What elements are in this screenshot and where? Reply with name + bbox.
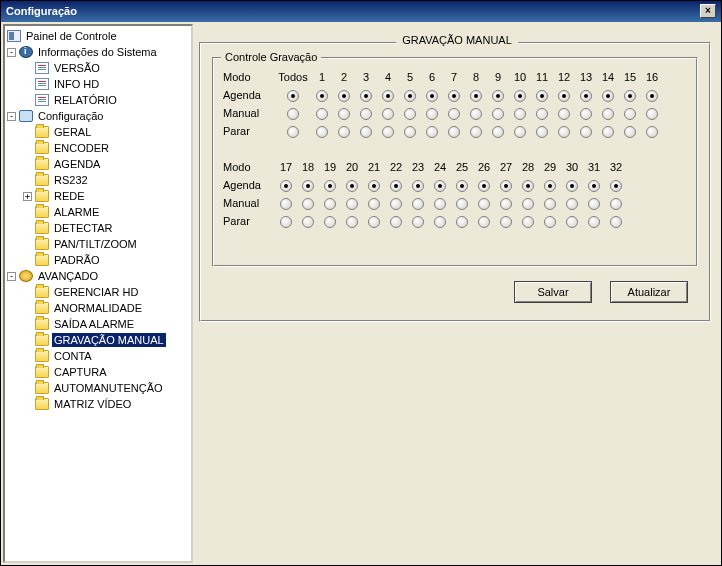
radio-ch8-parar[interactable] [470,126,482,138]
tree-node-adv[interactable]: - AVANÇADO [5,268,191,284]
radio-ch28-agenda[interactable] [522,180,534,192]
radio-ch24-manual[interactable] [434,198,446,210]
radio-ch27-parar[interactable] [500,216,512,228]
collapse-icon[interactable]: - [7,272,16,281]
radio-ch5-manual[interactable] [404,108,416,120]
radio-ch27-agenda[interactable] [500,180,512,192]
radio-ch32-manual[interactable] [610,198,622,210]
radio-ch23-agenda[interactable] [412,180,424,192]
radio-ch5-parar[interactable] [404,126,416,138]
tree-item-ptz[interactable]: PAN/TILT/ZOOM [5,236,191,252]
radio-ch17-manual[interactable] [280,198,292,210]
radio-ch10-agenda[interactable] [514,90,526,102]
radio-ch18-manual[interactable] [302,198,314,210]
radio-ch14-agenda[interactable] [602,90,614,102]
radio-ch22-agenda[interactable] [390,180,402,192]
radio-ch16-agenda[interactable] [646,90,658,102]
tree-item-encoder[interactable]: ENCODER [5,140,191,156]
tree-node-sys[interactable]: - Informações do Sistema [5,44,191,60]
radio-ch13-manual[interactable] [580,108,592,120]
radio-ch7-manual[interactable] [448,108,460,120]
radio-ch29-manual[interactable] [544,198,556,210]
collapse-icon[interactable]: - [7,112,16,121]
radio-ch1-parar[interactable] [316,126,328,138]
radio-ch18-agenda[interactable] [302,180,314,192]
radio-ch21-manual[interactable] [368,198,380,210]
radio-ch18-parar[interactable] [302,216,314,228]
tree-item-agenda[interactable]: AGENDA [5,156,191,172]
radio-ch2-parar[interactable] [338,126,350,138]
radio-ch25-parar[interactable] [456,216,468,228]
tree-item-alarme[interactable]: ALARME [5,204,191,220]
tree-item-padrao[interactable]: PADRÃO [5,252,191,268]
tree-item-captura[interactable]: CAPTURA [5,364,191,380]
radio-all-manual[interactable] [287,108,299,120]
radio-ch3-parar[interactable] [360,126,372,138]
radio-ch30-manual[interactable] [566,198,578,210]
radio-ch4-agenda[interactable] [382,90,394,102]
radio-ch28-manual[interactable] [522,198,534,210]
tree-root[interactable]: Painel de Controle [5,28,191,44]
tree-item-rs232[interactable]: RS232 [5,172,191,188]
tree-node-cfg[interactable]: - Configuração [5,108,191,124]
expand-icon[interactable]: + [23,192,32,201]
radio-ch6-manual[interactable] [426,108,438,120]
radio-ch32-parar[interactable] [610,216,622,228]
tree-item-infohd[interactable]: INFO HD [5,76,191,92]
radio-ch26-manual[interactable] [478,198,490,210]
radio-ch6-parar[interactable] [426,126,438,138]
radio-ch31-parar[interactable] [588,216,600,228]
radio-ch8-agenda[interactable] [470,90,482,102]
save-button[interactable]: Salvar [514,281,592,303]
radio-ch2-manual[interactable] [338,108,350,120]
radio-ch19-parar[interactable] [324,216,336,228]
radio-ch7-parar[interactable] [448,126,460,138]
tree-item-geral[interactable]: GERAL [5,124,191,140]
close-icon[interactable]: × [700,4,716,18]
tree-item-anormalidade[interactable]: ANORMALIDADE [5,300,191,316]
radio-ch12-agenda[interactable] [558,90,570,102]
radio-ch11-agenda[interactable] [536,90,548,102]
radio-ch31-manual[interactable] [588,198,600,210]
radio-ch25-manual[interactable] [456,198,468,210]
radio-ch3-agenda[interactable] [360,90,372,102]
tree-item-automanut[interactable]: AUTOMANUTENÇÃO [5,380,191,396]
radio-ch26-agenda[interactable] [478,180,490,192]
radio-ch22-parar[interactable] [390,216,402,228]
radio-ch20-agenda[interactable] [346,180,358,192]
radio-ch32-agenda[interactable] [610,180,622,192]
radio-ch29-parar[interactable] [544,216,556,228]
radio-ch4-manual[interactable] [382,108,394,120]
radio-ch14-parar[interactable] [602,126,614,138]
tree-item-conta[interactable]: CONTA [5,348,191,364]
radio-ch10-parar[interactable] [514,126,526,138]
radio-ch15-manual[interactable] [624,108,636,120]
radio-ch21-agenda[interactable] [368,180,380,192]
radio-ch12-parar[interactable] [558,126,570,138]
radio-ch16-manual[interactable] [646,108,658,120]
radio-ch9-parar[interactable] [492,126,504,138]
tree-item-gerenciarhd[interactable]: GERENCIAR HD [5,284,191,300]
radio-ch12-manual[interactable] [558,108,570,120]
radio-ch20-manual[interactable] [346,198,358,210]
radio-ch7-agenda[interactable] [448,90,460,102]
radio-ch15-agenda[interactable] [624,90,636,102]
radio-ch23-manual[interactable] [412,198,424,210]
collapse-icon[interactable]: - [7,48,16,57]
radio-all-parar[interactable] [287,126,299,138]
radio-ch1-agenda[interactable] [316,90,328,102]
tree-item-gravacaomanual[interactable]: GRAVAÇÃO MANUAL [5,332,191,348]
radio-ch11-manual[interactable] [536,108,548,120]
radio-ch30-agenda[interactable] [566,180,578,192]
radio-ch16-parar[interactable] [646,126,658,138]
radio-ch24-agenda[interactable] [434,180,446,192]
radio-ch5-agenda[interactable] [404,90,416,102]
radio-ch13-parar[interactable] [580,126,592,138]
radio-ch11-parar[interactable] [536,126,548,138]
refresh-button[interactable]: Atualizar [610,281,688,303]
tree-item-saidaalarme[interactable]: SAÍDA ALARME [5,316,191,332]
radio-ch19-manual[interactable] [324,198,336,210]
tree-item-rede[interactable]: + REDE [5,188,191,204]
radio-ch21-parar[interactable] [368,216,380,228]
radio-ch22-manual[interactable] [390,198,402,210]
